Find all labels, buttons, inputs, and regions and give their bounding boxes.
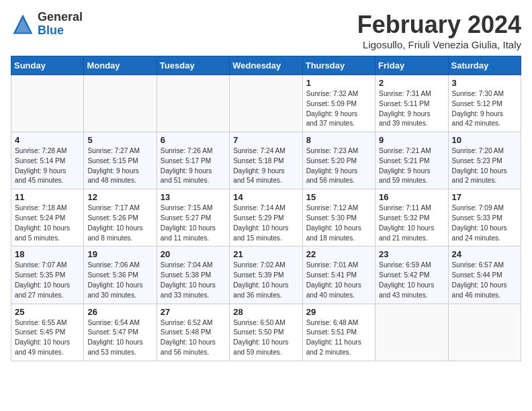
- calendar-table: SundayMondayTuesdayWednesdayThursdayFrid…: [11, 56, 521, 361]
- day-number: 21: [233, 249, 298, 259]
- calendar-cell: 26Sunrise: 6:54 AMSunset: 5:47 PMDayligh…: [84, 304, 157, 361]
- calendar-week-row: 1Sunrise: 7:32 AMSunset: 5:09 PMDaylight…: [11, 75, 521, 132]
- calendar-cell: 1Sunrise: 7:32 AMSunset: 5:09 PMDaylight…: [302, 75, 375, 132]
- calendar-cell: 3Sunrise: 7:30 AMSunset: 5:12 PMDaylight…: [448, 75, 521, 132]
- logo: General Blue: [11, 11, 83, 38]
- calendar-cell: 21Sunrise: 7:02 AMSunset: 5:39 PMDayligh…: [230, 246, 302, 304]
- day-number: 9: [379, 135, 444, 145]
- day-number: 27: [161, 307, 226, 317]
- calendar-cell: 27Sunrise: 6:52 AMSunset: 5:48 PMDayligh…: [157, 304, 229, 361]
- calendar-cell: [448, 304, 521, 361]
- weekday-header: Saturday: [448, 56, 521, 75]
- day-number: 22: [306, 249, 371, 259]
- calendar-cell: [11, 75, 84, 132]
- day-info: Sunrise: 7:28 AMSunset: 5:14 PMDaylight:…: [15, 146, 80, 186]
- calendar-cell: 9Sunrise: 7:21 AMSunset: 5:21 PMDaylight…: [375, 132, 448, 189]
- day-info: Sunrise: 6:50 AMSunset: 5:50 PMDaylight:…: [233, 318, 298, 358]
- logo-icon: [11, 12, 35, 36]
- day-number: 23: [379, 249, 444, 259]
- day-info: Sunrise: 7:32 AMSunset: 5:09 PMDaylight:…: [306, 89, 371, 129]
- day-number: 2: [379, 78, 444, 88]
- day-number: 3: [452, 78, 517, 88]
- day-number: 5: [87, 135, 152, 145]
- day-info: Sunrise: 7:02 AMSunset: 5:39 PMDaylight:…: [233, 261, 298, 300]
- day-number: 24: [452, 249, 517, 259]
- day-number: 7: [233, 135, 298, 145]
- calendar-cell: 24Sunrise: 6:57 AMSunset: 5:44 PMDayligh…: [448, 246, 521, 304]
- day-number: 4: [15, 135, 80, 145]
- day-number: 20: [161, 249, 226, 259]
- day-info: Sunrise: 6:52 AMSunset: 5:48 PMDaylight:…: [161, 318, 226, 358]
- calendar-cell: 2Sunrise: 7:31 AMSunset: 5:11 PMDaylight…: [375, 75, 448, 132]
- day-number: 12: [87, 192, 152, 202]
- calendar-cell: [375, 304, 448, 361]
- day-number: 11: [15, 192, 80, 202]
- day-number: 10: [452, 135, 517, 145]
- day-info: Sunrise: 6:59 AMSunset: 5:42 PMDaylight:…: [379, 261, 444, 300]
- day-info: Sunrise: 6:54 AMSunset: 5:47 PMDaylight:…: [87, 318, 152, 358]
- calendar-cell: 28Sunrise: 6:50 AMSunset: 5:50 PMDayligh…: [230, 304, 302, 361]
- day-info: Sunrise: 7:12 AMSunset: 5:30 PMDaylight:…: [306, 203, 371, 243]
- title-section: February 2024 Ligosullo, Friuli Venezia …: [357, 11, 521, 50]
- weekday-header: Friday: [375, 56, 448, 75]
- calendar-cell: [157, 75, 229, 132]
- calendar-cell: 15Sunrise: 7:12 AMSunset: 5:30 PMDayligh…: [302, 189, 375, 246]
- day-info: Sunrise: 7:20 AMSunset: 5:23 PMDaylight:…: [452, 146, 517, 186]
- day-info: Sunrise: 7:04 AMSunset: 5:38 PMDaylight:…: [161, 261, 226, 300]
- page-header: General Blue February 2024 Ligosullo, Fr…: [11, 11, 521, 50]
- calendar-cell: [84, 75, 157, 132]
- calendar-cell: 18Sunrise: 7:07 AMSunset: 5:35 PMDayligh…: [11, 246, 84, 304]
- calendar-week-row: 11Sunrise: 7:18 AMSunset: 5:24 PMDayligh…: [11, 189, 521, 246]
- day-info: Sunrise: 7:30 AMSunset: 5:12 PMDaylight:…: [452, 89, 517, 129]
- logo-text: General Blue: [38, 11, 83, 38]
- day-info: Sunrise: 7:27 AMSunset: 5:15 PMDaylight:…: [87, 146, 152, 186]
- day-number: 29: [306, 307, 371, 317]
- day-info: Sunrise: 6:55 AMSunset: 5:45 PMDaylight:…: [15, 318, 80, 358]
- day-info: Sunrise: 7:24 AMSunset: 5:18 PMDaylight:…: [233, 146, 298, 186]
- weekday-header: Wednesday: [230, 56, 302, 75]
- calendar-cell: 16Sunrise: 7:11 AMSunset: 5:32 PMDayligh…: [375, 189, 448, 246]
- day-info: Sunrise: 7:15 AMSunset: 5:27 PMDaylight:…: [161, 203, 226, 243]
- logo-blue: Blue: [38, 24, 83, 38]
- day-info: Sunrise: 7:18 AMSunset: 5:24 PMDaylight:…: [15, 203, 80, 243]
- calendar-cell: 17Sunrise: 7:09 AMSunset: 5:33 PMDayligh…: [448, 189, 521, 246]
- day-number: 8: [306, 135, 371, 145]
- calendar-cell: [230, 75, 302, 132]
- calendar-cell: 6Sunrise: 7:26 AMSunset: 5:17 PMDaylight…: [157, 132, 229, 189]
- weekday-header-row: SundayMondayTuesdayWednesdayThursdayFrid…: [11, 56, 521, 75]
- day-info: Sunrise: 7:31 AMSunset: 5:11 PMDaylight:…: [379, 89, 444, 129]
- calendar-cell: 22Sunrise: 7:01 AMSunset: 5:41 PMDayligh…: [302, 246, 375, 304]
- calendar-cell: 23Sunrise: 6:59 AMSunset: 5:42 PMDayligh…: [375, 246, 448, 304]
- day-number: 25: [15, 307, 80, 317]
- weekday-header: Tuesday: [157, 56, 229, 75]
- day-number: 16: [379, 192, 444, 202]
- location-title: Ligosullo, Friuli Venezia Giulia, Italy: [357, 39, 521, 50]
- calendar-week-row: 25Sunrise: 6:55 AMSunset: 5:45 PMDayligh…: [11, 304, 521, 361]
- day-number: 28: [233, 307, 298, 317]
- calendar-cell: 10Sunrise: 7:20 AMSunset: 5:23 PMDayligh…: [448, 132, 521, 189]
- day-number: 18: [15, 249, 80, 259]
- day-info: Sunrise: 7:23 AMSunset: 5:20 PMDaylight:…: [306, 146, 371, 186]
- month-title: February 2024: [357, 11, 521, 39]
- day-info: Sunrise: 7:17 AMSunset: 5:26 PMDaylight:…: [87, 203, 152, 243]
- logo-general: General: [38, 11, 83, 24]
- day-number: 19: [87, 249, 152, 259]
- day-info: Sunrise: 7:09 AMSunset: 5:33 PMDaylight:…: [452, 203, 517, 243]
- day-info: Sunrise: 7:11 AMSunset: 5:32 PMDaylight:…: [379, 203, 444, 243]
- weekday-header: Sunday: [11, 56, 84, 75]
- calendar-cell: 5Sunrise: 7:27 AMSunset: 5:15 PMDaylight…: [84, 132, 157, 189]
- calendar-cell: 12Sunrise: 7:17 AMSunset: 5:26 PMDayligh…: [84, 189, 157, 246]
- day-info: Sunrise: 7:14 AMSunset: 5:29 PMDaylight:…: [233, 203, 298, 243]
- calendar-cell: 4Sunrise: 7:28 AMSunset: 5:14 PMDaylight…: [11, 132, 84, 189]
- day-info: Sunrise: 7:07 AMSunset: 5:35 PMDaylight:…: [15, 261, 80, 300]
- day-number: 6: [161, 135, 226, 145]
- day-info: Sunrise: 7:21 AMSunset: 5:21 PMDaylight:…: [379, 146, 444, 186]
- calendar-week-row: 18Sunrise: 7:07 AMSunset: 5:35 PMDayligh…: [11, 246, 521, 304]
- calendar-cell: 29Sunrise: 6:48 AMSunset: 5:51 PMDayligh…: [302, 304, 375, 361]
- calendar-cell: 11Sunrise: 7:18 AMSunset: 5:24 PMDayligh…: [11, 189, 84, 246]
- day-info: Sunrise: 7:01 AMSunset: 5:41 PMDaylight:…: [306, 261, 371, 300]
- calendar-cell: 8Sunrise: 7:23 AMSunset: 5:20 PMDaylight…: [302, 132, 375, 189]
- calendar-week-row: 4Sunrise: 7:28 AMSunset: 5:14 PMDaylight…: [11, 132, 521, 189]
- day-number: 26: [87, 307, 152, 317]
- day-number: 14: [233, 192, 298, 202]
